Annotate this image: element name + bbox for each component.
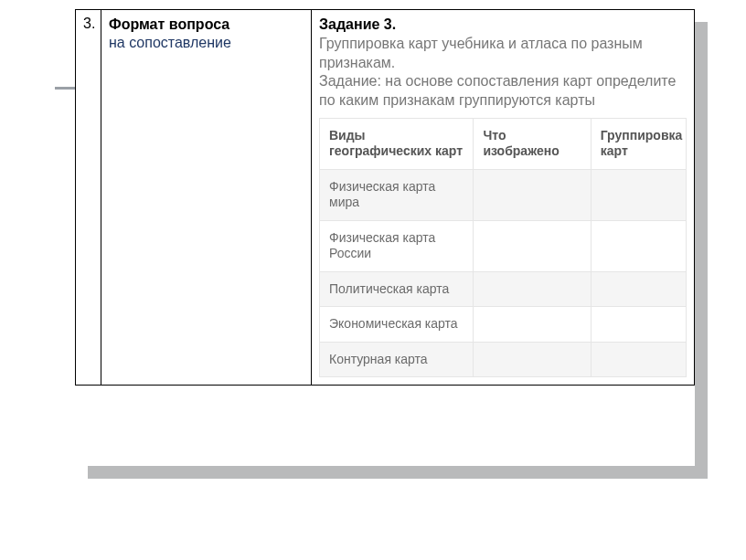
cell-depicted [474, 169, 591, 220]
cell-depicted [474, 307, 591, 343]
cell-grouping [591, 271, 686, 307]
inner-table-row: Политическая карта [320, 271, 687, 307]
cell-grouping [591, 307, 686, 343]
inner-table-header-row: Виды географических карт Что изображено … [320, 118, 687, 169]
cell-map-type: Физическая карта мира [320, 169, 474, 220]
inner-th-types: Виды географических карт [320, 118, 474, 169]
inner-table: Виды географических карт Что изображено … [319, 118, 687, 378]
left-cell: Формат вопроса на сопоставление [101, 10, 312, 386]
cell-depicted [474, 271, 591, 307]
cell-depicted [474, 220, 591, 271]
task-title: Задание 3. [319, 16, 396, 32]
row-number-cell: 3. [76, 10, 101, 386]
format-subtitle: на сопоставление [109, 34, 304, 52]
cell-depicted [474, 342, 591, 377]
inner-th-depicted: Что изображено [474, 118, 591, 169]
cell-map-type: Физическая карта России [320, 220, 474, 271]
cell-grouping [591, 220, 686, 271]
inner-table-row: Физическая карта мира [320, 169, 687, 220]
slide-stage: 3. Формат вопроса на сопоставление Задан… [0, 0, 746, 560]
inner-table-row: Физическая карта России [320, 220, 687, 271]
cell-map-type: Политическая карта [320, 271, 474, 307]
content-card: 3. Формат вопроса на сопоставление Задан… [75, 9, 695, 466]
right-cell: Задание 3. Группировка карт учебника и а… [312, 10, 695, 386]
outer-table: 3. Формат вопроса на сопоставление Задан… [75, 9, 695, 386]
format-title: Формат вопроса [109, 16, 304, 34]
cell-map-type: Контурная карта [320, 342, 474, 377]
task-body-line2: Задание: на основе сопоставления карт оп… [319, 72, 687, 111]
row-number: 3. [83, 16, 95, 31]
inner-table-row: Контурная карта [320, 342, 687, 377]
inner-table-wrap: Виды географических карт Что изображено … [319, 118, 687, 378]
cell-grouping [591, 169, 686, 220]
cell-map-type: Экономическая карта [320, 307, 474, 343]
inner-th-grouping: Группировка карт [591, 118, 686, 169]
task-body-line1: Группировка карт учебника и атласа по ра… [319, 35, 687, 73]
inner-table-row: Экономическая карта [320, 307, 687, 343]
cell-grouping [591, 342, 686, 377]
